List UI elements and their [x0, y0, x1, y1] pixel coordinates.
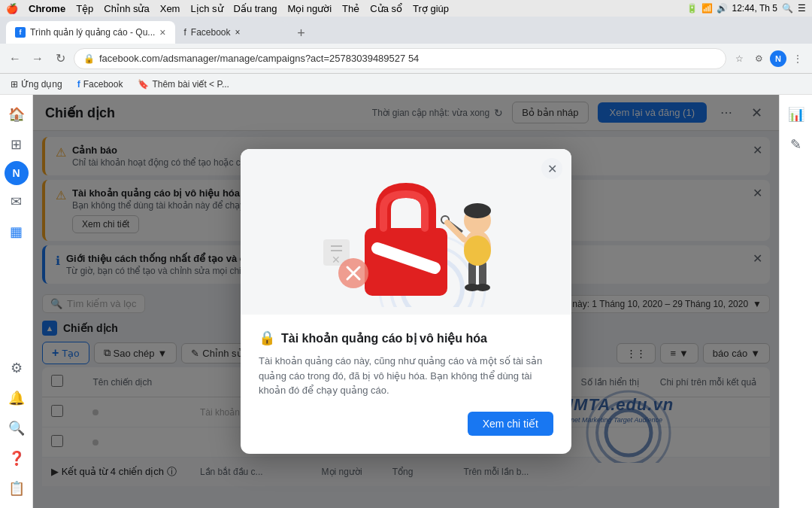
- svg-rect-2: [331, 250, 342, 251]
- menu-history[interactable]: Lịch sử: [190, 3, 223, 14]
- sidebar-bell-icon[interactable]: 🔔: [3, 385, 30, 412]
- apps-icon: ⊞: [11, 79, 18, 90]
- sidebar-settings-icon[interactable]: ⚙: [3, 354, 30, 382]
- sidebar-help-icon[interactable]: ❓: [3, 445, 30, 472]
- tab-title-ads: Trình quản lý quảng cáo - Qu...: [30, 27, 155, 38]
- menu-people[interactable]: Mọi người: [287, 3, 332, 14]
- bookmark-facebook[interactable]: f Facebook: [73, 78, 128, 91]
- browser-window: f Trình quản lý quảng cáo - Qu... × f Fa…: [0, 17, 812, 508]
- tab-bar: f Trình quản lý quảng cáo - Qu... × f Fa…: [0, 17, 812, 44]
- menu-edit[interactable]: Chỉnh sửa: [104, 3, 149, 14]
- main-content: 🏠 ⊞ N ✉ ▦ ⚙ 🔔 🔍 ❓ 📋 Chiến dịch Thời gian…: [0, 95, 812, 508]
- tab-facebook[interactable]: f Facebook ×: [175, 21, 288, 44]
- modal-illustration: ✕: [241, 149, 571, 315]
- right-sidebar-chart-icon[interactable]: 📊: [783, 101, 810, 128]
- tab-favicon-fb: f: [184, 27, 186, 38]
- control-center-icon[interactable]: ☰: [798, 3, 806, 14]
- clock: 12:44, Th 5: [732, 3, 778, 14]
- menu-view[interactable]: Xem: [160, 3, 180, 14]
- left-sidebar: 🏠 ⊞ N ✉ ▦ ⚙ 🔔 🔍 ❓ 📋: [0, 95, 33, 508]
- disabled-account-modal: ✕ ✕: [241, 149, 571, 454]
- bookmark-icon[interactable]: ☆: [731, 50, 747, 67]
- mac-menubar: 🍎 Chrome Tệp Chỉnh sửa Xem Lịch sử Dấu t…: [0, 0, 812, 17]
- menu-dots-icon[interactable]: ⋮: [789, 50, 806, 67]
- modal-overlay[interactable]: ✕ ✕: [33, 95, 779, 508]
- sidebar-home-icon[interactable]: 🏠: [3, 101, 30, 128]
- tab-title-fb: Facebook: [191, 27, 231, 38]
- fb-bookmark-icon: f: [77, 79, 80, 90]
- right-sidebar: 📊 ✎: [779, 95, 812, 508]
- tab-add-button[interactable]: +: [291, 23, 312, 44]
- lock-illustration-svg: ✕: [286, 157, 526, 307]
- modal-detail-button[interactable]: Xem chi tiết: [468, 412, 553, 436]
- menu-window[interactable]: Cửa sổ: [370, 3, 402, 14]
- svg-point-22: [464, 236, 491, 266]
- back-button[interactable]: ←: [6, 50, 24, 68]
- address-bar: ← → ↻ 🔒 facebook.com/adsmanager/manage/c…: [0, 44, 812, 74]
- apple-menu[interactable]: 🍎: [6, 3, 18, 14]
- sidebar-inbox-icon[interactable]: ✉: [3, 188, 30, 215]
- bookmarks-bar: ⊞ Ứng dụng f Facebook 🔖 Thêm bài viết < …: [0, 74, 812, 95]
- browser-actions: ☆ ⚙ N ⋮: [731, 50, 806, 67]
- extensions-icon[interactable]: ⚙: [750, 50, 767, 67]
- bookmark-fb-label: Facebook: [83, 79, 123, 90]
- menu-help[interactable]: Trợ giúp: [413, 3, 449, 14]
- bookmark-post[interactable]: 🔖 Thêm bài viết < P...: [133, 78, 234, 91]
- modal-title-text: Tài khoản quảng cáo bị vô hiệu hóa: [281, 331, 487, 345]
- system-icons: 🔋📶🔊: [686, 3, 728, 14]
- sidebar-grid-icon[interactable]: ⊞: [3, 131, 30, 158]
- url-text: facebook.com/adsmanager/manage/campaigns…: [99, 53, 419, 64]
- search-menubar-icon[interactable]: 🔍: [782, 3, 793, 14]
- svg-point-14: [464, 203, 491, 218]
- post-bookmark-icon: 🔖: [138, 79, 149, 90]
- sidebar-profile-icon[interactable]: N: [5, 161, 29, 185]
- menu-bookmarks[interactable]: Dấu trang: [234, 3, 277, 14]
- modal-actions: Xem chi tiết: [259, 412, 553, 436]
- tab-close-fb[interactable]: ×: [235, 27, 241, 38]
- bookmark-apps[interactable]: ⊞ Ứng dụng: [6, 78, 67, 91]
- sidebar-docs-icon[interactable]: 📋: [3, 475, 30, 502]
- modal-title: 🔒 Tài khoản quảng cáo bị vô hiệu hóa: [259, 330, 553, 346]
- modal-body: 🔒 Tài khoản quảng cáo bị vô hiệu hóa Tài…: [241, 315, 571, 454]
- svg-rect-1: [331, 245, 342, 247]
- right-sidebar-edit-icon[interactable]: ✎: [783, 131, 810, 158]
- menu-tab[interactable]: Thẻ: [342, 3, 359, 14]
- url-bar[interactable]: 🔒 facebook.com/adsmanager/manage/campaig…: [74, 48, 726, 69]
- bookmark-apps-label: Ứng dụng: [21, 79, 62, 90]
- menu-file[interactable]: Tệp: [76, 3, 93, 14]
- tab-favicon-ads: f: [15, 27, 26, 38]
- sidebar-ads-icon[interactable]: ▦: [3, 218, 30, 245]
- modal-description: Tài khoản quảng cáo này, cũng như quảng …: [259, 354, 553, 398]
- forward-button[interactable]: →: [29, 50, 47, 68]
- modal-warning-icon: 🔒: [259, 330, 275, 346]
- app-name[interactable]: Chrome: [29, 3, 65, 14]
- sidebar-search-icon[interactable]: 🔍: [3, 415, 30, 442]
- profile-icon[interactable]: N: [770, 50, 786, 67]
- tab-close-ads[interactable]: ×: [159, 26, 165, 38]
- svg-point-20: [475, 284, 490, 291]
- svg-text:✕: ✕: [332, 254, 341, 266]
- tab-ads-manager[interactable]: f Trình quản lý quảng cáo - Qu... ×: [6, 21, 175, 44]
- page-content: Chiến dịch Thời gian cập nhật: vừa xong …: [33, 95, 779, 508]
- bookmark-post-label: Thêm bài viết < P...: [152, 79, 229, 90]
- refresh-button[interactable]: ↻: [51, 50, 69, 68]
- secure-icon: 🔒: [83, 53, 95, 64]
